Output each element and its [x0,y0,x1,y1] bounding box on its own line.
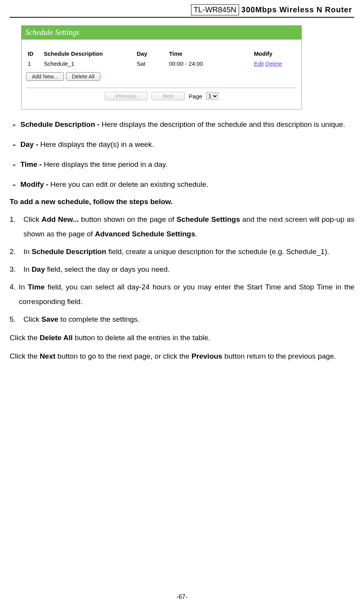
list-item: 2. In Schedule Description field, create… [10,244,354,259]
list-item: 5. Click Save to complete the settings. [10,312,354,327]
divider [26,88,297,88]
bullet-icon: ➢ [12,180,17,190]
step-text: In Day field, select the day or days you… [23,262,354,277]
list-item: 1. Click Add New... button shown on the … [10,212,354,241]
bullet-text: Modify - Here you can edit or delete an … [20,177,354,192]
list-item: 4. In Time field, you can select all day… [10,280,354,309]
bullet-icon: ➢ [12,160,17,170]
action-buttons: Add New... Delete All [26,72,297,81]
cell-modify: Edit Delete [252,58,297,69]
col-description: Schedule Description [42,49,135,58]
table-row: 1 Schedule_1 Sat 00:00 - 24:00 Edit Dele… [26,58,297,69]
schedule-table: ID Schedule Description Day Time Modify … [26,49,297,69]
page-number: -67- [0,593,364,600]
cell-desc: Schedule_1 [42,58,135,69]
step-text: Click Add New... button shown on the pag… [23,212,354,241]
delete-link[interactable]: Delete [265,60,282,67]
previous-button[interactable]: Prevoius [105,92,148,100]
page-label: Page [189,93,202,100]
model-label: TL-WR845N [191,4,239,15]
edit-link[interactable]: Edit [254,60,264,67]
list-item: 3. In Day field, select the day or days … [10,262,354,277]
page-select[interactable]: 1 [206,92,218,100]
pager: Prevoius Next Page 1 [26,92,297,103]
cell-day: Sat [135,58,168,69]
paragraph: Click the Delete All button to delete al… [10,331,354,345]
product-name: 300Mbps Wireless N Router [239,4,354,16]
step-text: Click Save to complete the settings. [23,312,354,327]
step-number: 4. [10,280,16,309]
col-day: Day [135,49,168,58]
section-heading: To add a new schedule, follow the steps … [10,198,354,206]
cell-time: 00:00 - 24:00 [168,58,253,69]
list-item: ➢ Time - Here displays the time period i… [10,157,354,172]
cell-id: 1 [26,58,42,69]
bullet-icon: ➢ [12,120,17,130]
list-item: ➢ Modify - Here you can edit or delete a… [10,177,354,192]
col-id: ID [26,49,42,58]
step-number: 5. [10,312,20,327]
col-time: Time [168,49,253,58]
step-text: In Time field, you can select all day-24… [19,280,354,309]
bullet-text: Schedule Description - Here displays the… [20,117,354,132]
panel-title: Schedule Settings [22,26,301,40]
col-modify: Modify [252,49,297,58]
next-button[interactable]: Next [151,92,185,100]
table-header-row: ID Schedule Description Day Time Modify [26,49,297,58]
schedule-settings-screenshot: Schedule Settings ID Schedule Descriptio… [21,25,302,110]
step-number: 1. [10,212,20,241]
bullet-text: Time - Here displays the time period in … [20,157,354,172]
step-number: 3. [10,262,20,277]
list-item: ➢ Schedule Description - Here displays t… [10,117,354,132]
paragraph: Click the Next button to go to the next … [10,349,354,364]
page-header: TL-WR845N 300Mbps Wireless N Router [10,0,354,18]
numbered-list: 1. Click Add New... button shown on the … [10,212,354,327]
bullet-text: Day - Here displays the day(s) in a week… [20,137,354,152]
step-number: 2. [10,244,20,259]
delete-all-button[interactable]: Delete All [66,72,100,81]
bullet-list: ➢ Schedule Description - Here displays t… [10,117,354,192]
bullet-icon: ➢ [12,140,17,150]
add-new-button[interactable]: Add New... [26,72,64,81]
step-text: In Schedule Description field, create a … [23,244,354,259]
panel-body: ID Schedule Description Day Time Modify … [22,40,301,109]
list-item: ➢ Day - Here displays the day(s) in a we… [10,137,354,152]
